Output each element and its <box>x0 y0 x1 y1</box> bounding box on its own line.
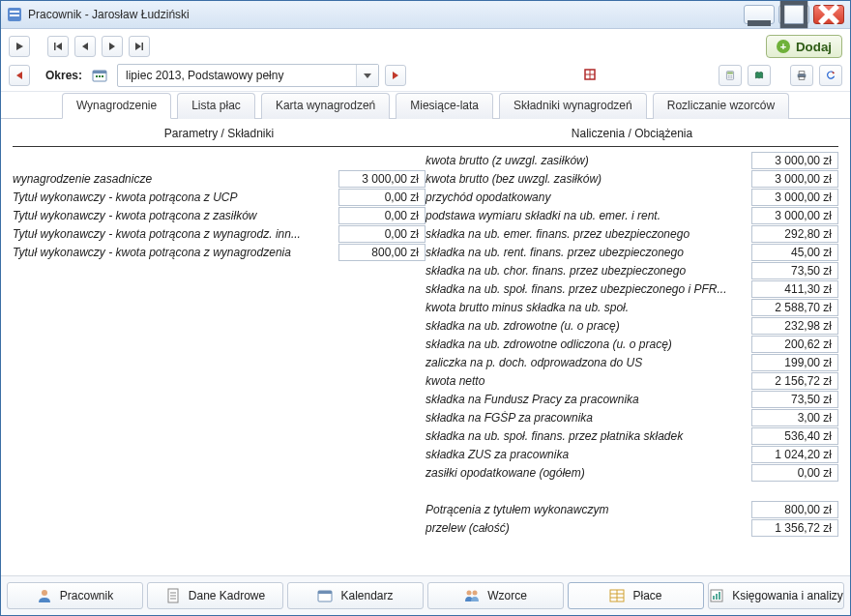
right-row: składka na ub. zdrowotne (u. o pracę)232… <box>426 316 838 335</box>
right-value[interactable]: 536,40 zł <box>751 427 838 445</box>
right-value[interactable]: 3 000,00 zł <box>751 189 838 206</box>
right-value[interactable]: 1 024,20 zł <box>751 446 838 463</box>
left-value[interactable]: 0,00 zł <box>338 207 426 224</box>
left-row: Tytuł wykonawczy - kwota potrącona z wyn… <box>13 224 426 243</box>
maximize-button[interactable] <box>778 5 809 24</box>
period-next-button[interactable] <box>385 65 406 86</box>
right-value[interactable]: 3,00 zł <box>751 409 838 426</box>
nav-dane-kadrowe[interactable]: Dane Kadrowe <box>147 582 283 609</box>
tab-lista-plac[interactable]: Lista płac <box>177 93 255 119</box>
right-value[interactable]: 45,00 zł <box>751 244 838 261</box>
right-value[interactable]: 232,98 zł <box>751 317 838 335</box>
nav-wzorce[interactable]: Wzorce <box>427 582 564 609</box>
right-value[interactable]: 3 000,00 zł <box>751 207 838 224</box>
nav-play-button[interactable] <box>9 36 30 57</box>
right-row: zaliczka na p. doch. odprowadzona do US1… <box>426 353 838 371</box>
right-value[interactable]: 0,00 zł <box>751 464 838 482</box>
svg-marker-7 <box>56 43 62 50</box>
right-row: podstawa wymiaru składki na ub. emer. i … <box>426 206 838 224</box>
right-value[interactable]: 292,80 zł <box>751 225 838 243</box>
calculator-button[interactable] <box>719 65 742 86</box>
right-value[interactable]: 3 000,00 zł <box>751 152 838 169</box>
left-row: wynagrodzenie zasadnicze3 000,00 zł <box>13 169 426 188</box>
table-icon <box>609 588 625 603</box>
svg-rect-6 <box>54 43 56 50</box>
svg-rect-31 <box>799 72 805 74</box>
svg-rect-51 <box>719 592 720 600</box>
tab-wynagrodzenie[interactable]: Wynagrodzenie <box>62 93 171 119</box>
right-label: Potrącenia z tytułem wykonawczym <box>426 503 748 516</box>
left-value[interactable]: 0,00 zł <box>338 189 426 206</box>
left-row: Tytuł wykonawczy - kwota potrącona z wyn… <box>13 243 426 261</box>
person-icon <box>37 588 52 603</box>
right-value[interactable]: 800,00 zł <box>751 501 838 518</box>
left-value[interactable]: 3 000,00 zł <box>338 170 426 188</box>
period-select[interactable]: lipiec 2013, Podstawowy pełny <box>117 64 379 87</box>
left-label: Tytuł wykonawczy - kwota potrącona z UCP <box>13 191 335 204</box>
right-value[interactable]: 3 000,00 zł <box>751 170 838 188</box>
right-label: kwota brutto (bez uwzgl. zasiłków) <box>426 172 748 186</box>
people-icon <box>464 588 480 603</box>
svg-rect-17 <box>102 75 103 77</box>
right-row: składka na FGŚP za pracownika3,00 zł <box>426 408 838 426</box>
tab-rozliczanie-wzorcow[interactable]: Rozliczanie wzorców <box>653 93 789 119</box>
left-label: wynagrodzenie zasadnicze <box>13 172 335 186</box>
nav-prev-button[interactable] <box>74 36 96 57</box>
svg-marker-34 <box>832 72 835 74</box>
nav-last-button[interactable] <box>129 36 150 57</box>
close-button[interactable] <box>813 5 844 24</box>
tab-karta-wynagrodzen[interactable]: Karta wynagrodzeń <box>261 93 390 119</box>
nav-pracownik[interactable]: Pracownik <box>7 582 143 609</box>
right-value[interactable]: 1 356,72 zł <box>751 519 838 537</box>
left-label: Tytuł wykonawczy - kwota potrącona z wyn… <box>13 246 335 259</box>
left-value[interactable]: 800,00 zł <box>338 244 426 261</box>
svg-rect-2 <box>10 15 19 16</box>
svg-rect-33 <box>799 76 805 79</box>
right-divider <box>426 146 838 147</box>
right-row: składka na ub. emer. finans. przez ubezp… <box>426 224 838 243</box>
tab-miesiace-lata[interactable]: Miesiące-lata <box>396 93 493 119</box>
right-value[interactable]: 411,30 zł <box>751 280 838 298</box>
right-label: składka na ub. zdrowotne odliczona (u. o… <box>426 337 748 351</box>
period-label: Okres: <box>45 69 82 82</box>
refresh-button[interactable] <box>819 65 842 86</box>
print-button[interactable] <box>790 65 813 86</box>
right-row: składka na ub. chor. finans. przez ubezp… <box>426 261 838 279</box>
right-row: składka na ub. społ. finans. przez ubezp… <box>426 279 838 298</box>
svg-rect-11 <box>142 43 144 50</box>
right-row: kwota brutto minus składka na ub. społ.2… <box>426 298 838 316</box>
right-label: składka na ub. rent. finans. przez ubezp… <box>426 246 748 259</box>
right-label: składka na ub. emer. finans. przez ubezp… <box>426 227 748 241</box>
svg-rect-41 <box>318 591 332 594</box>
nav-first-button[interactable] <box>47 36 69 57</box>
app-window: Pracownik - Jarosław Łudziński <box>0 0 851 616</box>
plus-icon: + <box>777 40 790 53</box>
right-row: przychód opodatkowany3 000,00 zł <box>426 188 838 206</box>
period-dropdown-button[interactable] <box>356 65 378 86</box>
right-value[interactable]: 73,50 zł <box>751 391 838 408</box>
svg-point-43 <box>473 591 478 596</box>
book-button[interactable] <box>748 65 771 86</box>
calendar-icon <box>92 68 107 83</box>
tab-skladniki-wynagrodzen[interactable]: Składniki wynagrodzeń <box>499 93 647 119</box>
period-prev-button[interactable] <box>9 65 30 86</box>
minimize-button[interactable] <box>744 5 775 24</box>
right-label: przychód opodatkowany <box>426 191 748 204</box>
right-header: Naliczenia / Obciążenia <box>426 123 838 146</box>
left-value[interactable]: 0,00 zł <box>338 225 426 243</box>
nav-next-button[interactable] <box>102 36 123 57</box>
right-value[interactable]: 73,50 zł <box>751 262 838 279</box>
right-value[interactable]: 199,00 zł <box>751 354 838 371</box>
add-button[interactable]: + Dodaj <box>766 35 842 58</box>
left-column: Parametry / Składniki wynagrodzenie zasa… <box>13 123 426 537</box>
right-value[interactable]: 2 156,72 zł <box>751 372 838 390</box>
right-value[interactable]: 2 588,70 zł <box>751 299 838 316</box>
nav-ksiegowania[interactable]: Księgowania i analizy <box>708 582 844 609</box>
right-label: kwota brutto (z uwzgl. zasiłków) <box>426 154 748 167</box>
nav-place[interactable]: Płace <box>568 582 704 609</box>
right-row: kwota netto2 156,72 zł <box>426 371 838 390</box>
svg-point-29 <box>729 77 730 78</box>
nav-kalendarz[interactable]: Kalendarz <box>287 582 424 609</box>
right-value[interactable]: 200,62 zł <box>751 336 838 353</box>
svg-point-35 <box>42 590 47 596</box>
